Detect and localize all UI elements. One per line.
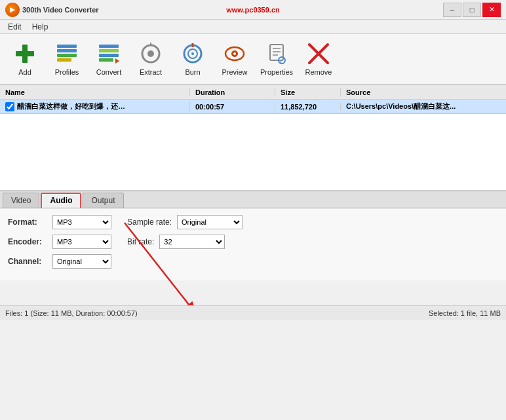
app-title: 300th Video Converter — [22, 6, 99, 14]
title-bar: ▶ 300th Video Converter www.pc0359.cn – … — [0, 0, 506, 20]
tab-audio[interactable]: Audio — [41, 193, 81, 208]
convert-icon — [97, 42, 121, 66]
file-duration-cell: 00:00:57 — [190, 103, 275, 111]
table-row[interactable]: 醋溜白菜这样做，好吃到爆，还… 00:00:57 11,852,720 C:\U… — [0, 100, 506, 114]
remove-button[interactable]: Remove — [299, 37, 338, 81]
sample-rate-label: Sample rate: — [127, 218, 172, 227]
svg-point-20 — [233, 52, 236, 55]
channel-label: Channel: — [8, 257, 47, 266]
file-source-cell: C:\Users\pc\Videos\醋溜白菜这... — [341, 102, 506, 111]
svg-rect-6 — [99, 45, 119, 48]
preview-icon — [223, 42, 246, 66]
preview-button[interactable]: Preview — [215, 37, 254, 81]
bit-rate-select[interactable]: 32 64 128 192 256 320 — [159, 235, 225, 249]
audio-tab-content: Format: MP3 AAC OGG WAV Sample rate: Ori… — [0, 208, 506, 280]
convert-label: Convert — [96, 68, 122, 76]
close-button[interactable]: ✕ — [482, 3, 501, 17]
file-list-body: 醋溜白菜这样做，好吃到爆，还… 00:00:57 11,852,720 C:\U… — [0, 100, 506, 114]
file-checkbox[interactable] — [5, 102, 14, 111]
menu-edit[interactable]: Edit — [3, 21, 27, 33]
format-label: Format: — [8, 218, 47, 227]
svg-rect-5 — [57, 58, 71, 62]
extract-label: Extract — [140, 68, 162, 76]
watermark-text: www.pc0359.cn — [226, 6, 280, 14]
status-right: Selected: 1 file, 11 MB — [429, 309, 501, 317]
window-controls: – □ ✕ — [443, 3, 501, 17]
logo-icon: ▶ — [5, 3, 20, 17]
app-logo: ▶ 300th Video Converter — [5, 3, 99, 17]
svg-rect-1 — [16, 51, 34, 56]
col-header-source: Source — [341, 88, 506, 96]
burn-button[interactable]: Burn — [173, 37, 212, 81]
encoder-row: Encoder: MP3 AAC Bit rate: 32 64 128 192… — [8, 235, 498, 249]
file-list-area: Name Duration Size Source 醋溜白菜这样做，好吃到爆，还… — [0, 85, 506, 191]
burn-label: Burn — [185, 68, 200, 76]
svg-point-12 — [147, 50, 154, 57]
menu-help[interactable]: Help — [27, 21, 54, 33]
col-header-duration: Duration — [190, 88, 275, 96]
minimize-button[interactable]: – — [443, 3, 461, 17]
svg-point-16 — [191, 52, 194, 55]
encoder-label: Encoder: — [8, 237, 47, 246]
svg-rect-4 — [57, 54, 77, 57]
file-list-header: Name Duration Size Source — [0, 85, 506, 100]
svg-rect-9 — [99, 58, 113, 62]
profiles-label: Profiles — [55, 68, 79, 76]
preview-label: Preview — [222, 68, 247, 76]
remove-label: Remove — [305, 68, 332, 76]
properties-label: Properties — [260, 68, 293, 76]
properties-icon: i — [265, 42, 288, 66]
add-label: Add — [18, 68, 31, 76]
file-name-cell: 醋溜白菜这样做，好吃到爆，还… — [0, 102, 190, 111]
status-left: Files: 1 (Size: 11 MB, Duration: 00:00:5… — [5, 309, 138, 317]
svg-rect-8 — [99, 54, 119, 57]
profiles-icon — [55, 42, 79, 66]
svg-marker-10 — [115, 58, 119, 64]
add-icon — [13, 42, 37, 66]
menu-bar: Edit Help — [0, 20, 506, 34]
svg-text:i: i — [281, 58, 282, 64]
col-header-name: Name — [0, 88, 190, 96]
tab-output[interactable]: Output — [83, 193, 123, 208]
tab-panel: Video Audio Output Format: MP3 AAC OGG W… — [0, 191, 506, 305]
format-select[interactable]: MP3 AAC OGG WAV — [52, 215, 111, 229]
file-size-cell: 11,852,720 — [275, 103, 341, 111]
svg-rect-2 — [57, 45, 77, 48]
bit-rate-label: Bit rate: — [127, 237, 154, 246]
status-bar: Files: 1 (Size: 11 MB, Duration: 00:00:5… — [0, 305, 506, 320]
encoder-select[interactable]: MP3 AAC — [52, 235, 111, 249]
format-row: Format: MP3 AAC OGG WAV Sample rate: Ori… — [8, 215, 498, 229]
convert-button[interactable]: Convert — [89, 37, 128, 81]
extract-button[interactable]: Extract — [131, 37, 170, 81]
burn-icon — [181, 42, 204, 66]
add-button[interactable]: Add — [5, 37, 45, 81]
maximize-button[interactable]: □ — [463, 3, 481, 17]
svg-rect-3 — [57, 49, 77, 52]
extract-icon — [139, 42, 163, 66]
main-container: Name Duration Size Source 醋溜白菜这样做，好吃到爆，还… — [0, 85, 506, 305]
tab-video[interactable]: Video — [3, 193, 39, 208]
file-name-text: 醋溜白菜这样做，好吃到爆，还… — [17, 102, 125, 111]
profiles-button[interactable]: Profiles — [47, 37, 87, 81]
col-header-size: Size — [275, 88, 341, 96]
tab-bar: Video Audio Output — [0, 191, 506, 208]
properties-button[interactable]: i Properties — [257, 37, 296, 81]
sample-rate-select[interactable]: Original 44100 22050 11025 — [177, 215, 243, 229]
channel-row: Channel: Original Stereo Mono — [8, 254, 498, 269]
remove-icon — [307, 42, 330, 66]
svg-rect-7 — [99, 49, 119, 52]
toolbar: Add Profiles Convert — [0, 34, 506, 85]
channel-select[interactable]: Original Stereo Mono — [52, 254, 111, 269]
